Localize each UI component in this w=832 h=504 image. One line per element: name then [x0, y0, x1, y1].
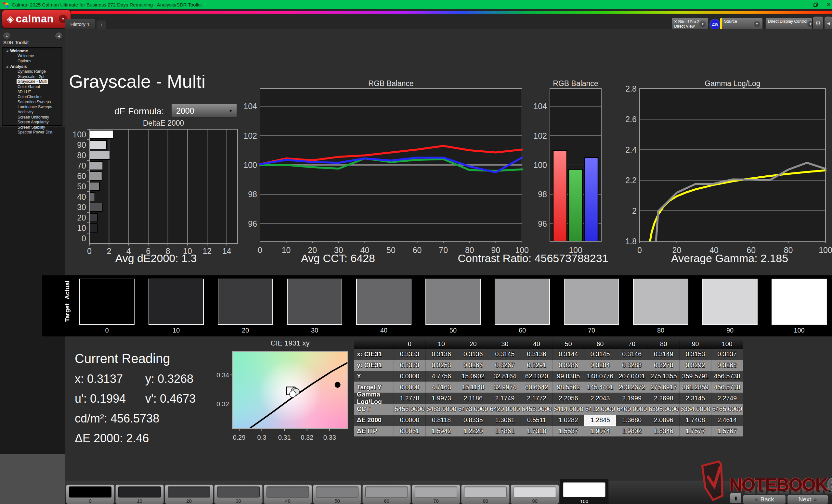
- deltae-bar-50: [89, 182, 100, 191]
- deltae-bar-70: [89, 161, 103, 170]
- tick-label: 80: [77, 151, 86, 160]
- table-cell: 0.5511: [521, 415, 553, 426]
- rgb-bar-green: [569, 169, 582, 241]
- table-col-header: 20: [457, 339, 489, 349]
- patch-button-0[interactable]: 0: [66, 484, 114, 504]
- tab-history-1[interactable]: History 1: [65, 19, 95, 29]
- table-col-header: 70: [616, 339, 648, 349]
- mini-button[interactable]: [813, 487, 824, 494]
- patch-button-10[interactable]: 10: [115, 484, 164, 504]
- table-cell: 6483.0000: [426, 404, 458, 415]
- tree-item-additivity[interactable]: Additivity: [2, 110, 62, 115]
- table-cell: 6453.0000: [521, 404, 553, 415]
- grayscale-swatch: [149, 279, 204, 325]
- swatch-cell-100: 100: [772, 279, 827, 334]
- patch-button-20[interactable]: 20: [165, 484, 213, 504]
- tree-item-options[interactable]: Options: [2, 59, 62, 64]
- swatch-level-label: 90: [702, 327, 758, 334]
- tree-item-spectral-power-dist-[interactable]: Spectral Power Dist.: [2, 130, 62, 135]
- grayscale-swatch: [564, 279, 619, 325]
- calman-window: Calman 2025 Calman Ultimate for Business…: [0, 0, 832, 504]
- mini-button[interactable]: [745, 487, 755, 494]
- close-window-button[interactable]: ✕: [822, 0, 832, 9]
- tree-section-label: Analysis: [10, 64, 27, 69]
- calman-menu-button[interactable]: ◈ calman ▼: [2, 10, 71, 28]
- tree-item-screen-uniformity[interactable]: Screen Uniformity: [2, 115, 62, 120]
- table-cell: 4.7163: [426, 382, 458, 393]
- next-button[interactable]: Next »: [787, 495, 828, 504]
- tree-item-grayscale-2pt[interactable]: Grayscale - 2pt: [2, 74, 62, 80]
- tree-item-color-gamut[interactable]: Color Gamut: [2, 84, 62, 90]
- tree-item-welcome[interactable]: Welcome: [2, 54, 62, 59]
- patch-button-40[interactable]: 40: [264, 484, 312, 504]
- source-dropdown[interactable]: Source ▼: [720, 18, 763, 30]
- patch-button-60[interactable]: 60: [362, 484, 411, 504]
- display-control-dropdown[interactable]: Direct Display Control ▼: [765, 18, 812, 30]
- patch-button-100[interactable]: 100: [560, 479, 608, 504]
- tick-label: 100: [533, 161, 547, 169]
- table-cell: 32.9974: [489, 382, 521, 393]
- chevron-down-icon: ▼: [807, 21, 812, 27]
- table-cell: 0.0000: [394, 382, 426, 393]
- patch-label: 100: [560, 499, 608, 504]
- table-cell: 1.9973: [426, 393, 458, 404]
- patch-button-50[interactable]: 50: [313, 484, 361, 504]
- meter-reading-badge[interactable]: 239: [709, 19, 721, 30]
- patch-button-30[interactable]: 30: [214, 484, 263, 504]
- table-cell: 1.5942: [426, 426, 458, 437]
- deltae-bar-chart: 024681012140102030405060708090100: [76, 127, 240, 257]
- table-cell: 0.3333: [394, 360, 426, 371]
- restore-window-button[interactable]: [809, 0, 822, 9]
- mini-button[interactable]: [779, 487, 789, 494]
- meter-dropdown[interactable]: X-Rite i1Pro 2Direct View ▼: [672, 18, 708, 30]
- tree-item-grayscale-multi[interactable]: Grayscale - Multi: [2, 79, 62, 84]
- reading-value: ΔE 2000: 2.46: [75, 431, 149, 445]
- table-corner: [354, 339, 394, 349]
- collapse-sidebar-button[interactable]: ◀: [55, 32, 62, 39]
- table-cell: 6414.0000: [552, 404, 584, 415]
- back-button[interactable]: « Back: [743, 495, 786, 504]
- table-row-label: x: CIE31: [354, 349, 394, 360]
- patch-swatch: [365, 486, 408, 498]
- swatch-cell-30: 30: [287, 279, 342, 334]
- table-cell: 0.3267: [489, 360, 521, 371]
- patch-button-70[interactable]: 70: [412, 484, 460, 504]
- table-row-label: Y: [354, 371, 394, 382]
- next-label: Next: [799, 496, 811, 503]
- table-cell: 1.2845: [584, 415, 616, 426]
- page-title: Grayscale - Multi: [69, 71, 205, 92]
- table-cell: 0.3136: [426, 349, 458, 360]
- mini-button[interactable]: [802, 487, 812, 494]
- tree-item-dynamic-range[interactable]: Dynamic Range: [2, 69, 62, 74]
- table-cell: 203.2672: [616, 382, 648, 393]
- table-cell: 0.3153: [680, 349, 711, 360]
- table-cell: 0.0000: [394, 371, 426, 382]
- tree-item-saturation-sweeps[interactable]: Saturation Sweeps: [2, 100, 62, 105]
- mini-button[interactable]: [790, 487, 801, 494]
- stop-button[interactable]: ▮: [730, 493, 742, 503]
- actual-label: Actual: [64, 279, 71, 301]
- settings-button[interactable]: ⚙: [812, 16, 824, 30]
- patch-button-90[interactable]: 90: [511, 484, 559, 504]
- new-tab-button[interactable]: +: [97, 21, 106, 29]
- table-cell: 2.1999: [616, 393, 648, 404]
- patch-button-80[interactable]: 80: [461, 484, 510, 504]
- tree-section-welcome[interactable]: ◢Welcome: [2, 48, 62, 54]
- tree-item-screen-angularity[interactable]: Screen Angularity: [2, 120, 62, 125]
- de-formula-select[interactable]: 2000 ▼: [171, 104, 237, 117]
- swatch-level-label: 60: [495, 327, 550, 334]
- tree-item-screen-stability[interactable]: Screen Stability: [2, 125, 62, 130]
- tree-item-3d-lut[interactable]: 3D LUT: [2, 90, 62, 95]
- avg-cct-readout: Avg CCT: 6428: [242, 252, 434, 265]
- patch-label: 30: [214, 498, 262, 504]
- layout-dot-button[interactable]: ●: [3, 32, 10, 39]
- mini-button[interactable]: [768, 487, 778, 494]
- tree-section-analysis[interactable]: ◢Analysis: [2, 64, 62, 69]
- tree-item-colorchecker[interactable]: ColorChecker: [2, 94, 62, 100]
- collapse-panel-button[interactable]: ◀: [824, 16, 832, 30]
- tree-item-luminance-sweeps[interactable]: Luminance Sweeps: [2, 105, 62, 110]
- mini-button[interactable]: [825, 487, 832, 494]
- table-cell: 0.3278: [648, 360, 680, 371]
- mini-button[interactable]: [756, 487, 767, 494]
- table-cell: 0.3146: [616, 349, 648, 360]
